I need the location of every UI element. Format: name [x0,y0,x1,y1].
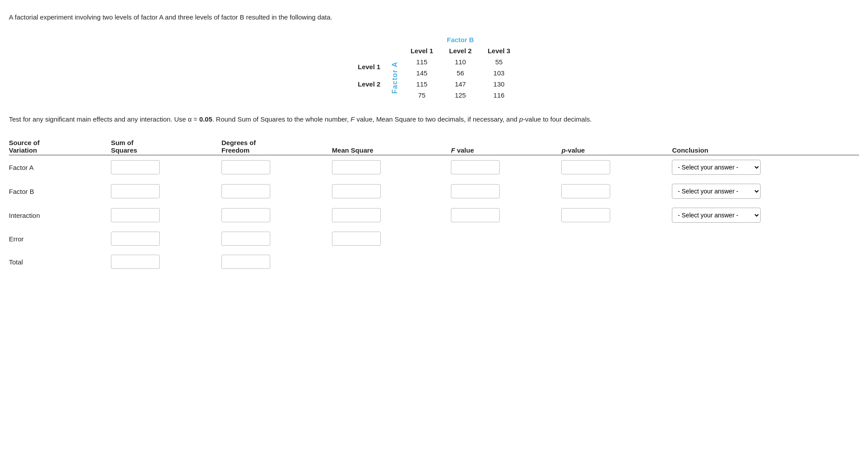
a1-b1-val1: 115 [402,56,441,67]
label-factor-a: Factor A [9,155,111,180]
factor-a-sum-input[interactable] [111,160,160,174]
header-dof: Degrees of Freedom [221,137,332,155]
interaction-conclusion-select[interactable]: - Select your answer - Significant Not S… [672,208,761,223]
a1-b2-val1: 110 [441,56,480,67]
data-table-container: Factor B Level 1 Level 2 Level 3 Level 1… [9,34,859,101]
interaction-fval-input[interactable] [451,208,500,222]
a2-b3-val2: 116 [480,90,518,101]
total-sum-input[interactable] [111,255,160,269]
factor-b-ms-input[interactable] [332,184,381,198]
a2-b1-val2: 75 [402,90,441,101]
level-b2-header: Level 2 [441,45,480,56]
table-row-interaction: Interaction - Select your answer - Signi… [9,203,859,227]
interaction-sum-input[interactable] [111,208,160,222]
anova-table: Source of Variation Sum of Squares Degre… [9,137,859,273]
interaction-pval-input[interactable] [561,208,610,222]
level-b3-header: Level 3 [480,45,518,56]
error-sum-input[interactable] [111,232,160,246]
a2-b2-val2: 125 [441,90,480,101]
level-b1-header: Level 1 [402,45,441,56]
factor-a-pval-input[interactable] [561,160,610,174]
header-source: Source of Variation [9,137,111,155]
a1-b1-val2: 145 [402,67,441,79]
a1-b3-val2: 103 [480,67,518,79]
a2-b1-val1: 115 [402,79,441,90]
table-row-total: Total [9,250,859,273]
error-dof-input[interactable] [221,232,270,246]
label-error: Error [9,227,111,250]
a2-b3-val1: 130 [480,79,518,90]
header-pval: p-value [561,137,672,155]
header-ms: Mean Square [332,137,451,155]
intro-text: A factorial experiment involving two lev… [9,13,859,21]
factor-a-conclusion-select[interactable]: - Select your answer - Significant Not S… [672,160,761,175]
table-row-factor-a: Factor A - Select your answer - Signific… [9,155,859,180]
factor-a-ms-input[interactable] [332,160,381,174]
factor-b-fval-input[interactable] [451,184,500,198]
factor-a-label: Factor A [391,62,399,94]
level-a1-label: Level 1 [358,63,380,72]
factor-b-conclusion-select[interactable]: - Select your answer - Significant Not S… [672,184,761,199]
factor-b-pval-input[interactable] [561,184,610,198]
total-dof-input[interactable] [221,255,270,269]
instruction-text: Test for any significant main effects an… [9,114,859,125]
a2-b2-val1: 147 [441,79,480,90]
factor-a-dof-input[interactable] [221,160,270,174]
label-interaction: Interaction [9,203,111,227]
header-sum: Sum of Squares [111,137,221,155]
a1-b3-val1: 55 [480,56,518,67]
table-row-factor-b: Factor B - Select your answer - Signific… [9,179,859,203]
factor-a-fval-input[interactable] [451,160,500,174]
factor-b-dof-input[interactable] [221,184,270,198]
interaction-ms-input[interactable] [332,208,381,222]
label-total: Total [9,250,111,273]
a1-b2-val2: 56 [441,67,480,79]
level-a2-label: Level 2 [358,80,380,88]
header-fval: F value [451,137,561,155]
label-factor-b: Factor B [9,179,111,203]
header-conc: Conclusion [672,137,859,155]
factor-b-sum-input[interactable] [111,184,160,198]
factor-b-label: Factor B [402,34,518,45]
error-ms-input[interactable] [332,232,381,246]
interaction-dof-input[interactable] [221,208,270,222]
table-row-error: Error [9,227,859,250]
data-table: Factor B Level 1 Level 2 Level 3 Level 1… [350,34,518,101]
